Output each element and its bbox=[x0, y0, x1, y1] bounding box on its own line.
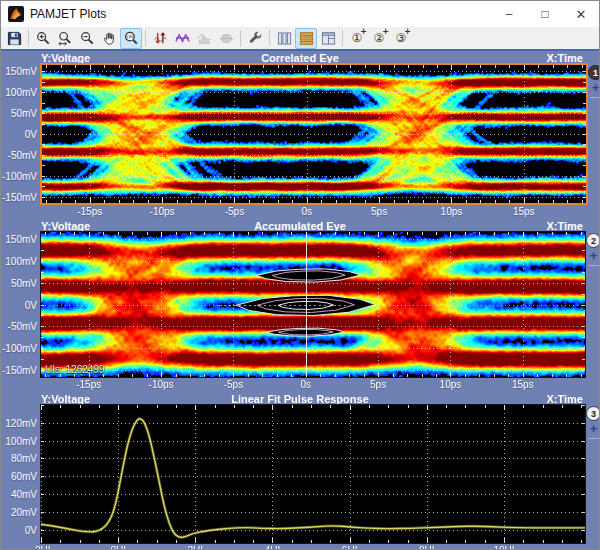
plot3-header: Y:Voltage Linear Fit Pulse Response X:Ti… bbox=[1, 393, 599, 404]
plot3-y-ticks: 120mV100mV80mV60mV40mV20mV0V bbox=[1, 405, 40, 543]
plus-icon: + bbox=[382, 27, 389, 36]
plot3-add-button[interactable]: + bbox=[590, 422, 598, 436]
plot1-y-ticks: 150mV100mV50mV0V-50mV-100mV-150mV bbox=[1, 65, 40, 203]
x-tick-label: 15ps bbox=[513, 206, 535, 217]
x-tick-label: -15ps bbox=[76, 379, 101, 390]
plot1-add-button[interactable]: + bbox=[592, 81, 600, 95]
y-tick-label: -50mV bbox=[8, 321, 37, 332]
plot2-x-ticks: -15ps-10ps-5ps0s5ps10ps15ps bbox=[41, 378, 585, 392]
toolbar-separator bbox=[269, 30, 270, 46]
plot1-badge[interactable]: 1 bbox=[588, 65, 600, 80]
x-tick-label: -5ps bbox=[225, 206, 244, 217]
close-button[interactable]: ✕ bbox=[563, 1, 599, 27]
x-tick-label: -10ps bbox=[150, 206, 175, 217]
plot-section-2: 150mV100mV50mV0V-50mV-100mV-150mV UIs: 1… bbox=[1, 231, 599, 378]
layout-rows-button[interactable] bbox=[295, 28, 317, 49]
floppy-icon bbox=[7, 31, 22, 46]
y-tick-label: 150mV bbox=[5, 233, 37, 244]
plot1-canvas-correlated-eye[interactable] bbox=[42, 65, 586, 203]
plot1-side-panel: 1 + bbox=[588, 63, 600, 205]
plot3-title: Linear Fit Pulse Response bbox=[1, 393, 599, 405]
hand-icon bbox=[102, 31, 117, 46]
zoom-fit-button[interactable]: 100 bbox=[120, 28, 142, 49]
plot-section-3: 120mV100mV80mV60mV40mV20mV0V 3 + bbox=[1, 404, 599, 544]
plot3-x-ticks: -2UI0UI2UI4UI6UI8UI10UI bbox=[41, 544, 585, 550]
columns-icon bbox=[277, 31, 292, 46]
y-tick-label: 0V bbox=[25, 299, 37, 310]
x-tick-label: 4UI bbox=[265, 545, 281, 550]
x-tick-label: -5ps bbox=[224, 379, 243, 390]
plot2-x-axis-label: X:Time bbox=[547, 220, 583, 232]
figure-area: Y:Voltage Correlated Eye X:Time 150mV100… bbox=[1, 51, 599, 549]
x-tick-label: 5ps bbox=[370, 379, 386, 390]
mask-button[interactable] bbox=[215, 28, 237, 49]
plot1-x-axis-label: X:Time bbox=[547, 52, 583, 64]
x-tick-label: 10UI bbox=[493, 545, 514, 550]
plot3-badge[interactable]: 3 bbox=[586, 406, 600, 421]
zoom-in-button[interactable] bbox=[32, 28, 54, 49]
layout-columns-button[interactable] bbox=[273, 28, 295, 49]
plot3-canvas-pulse-response[interactable] bbox=[41, 405, 585, 543]
y-tick-label: 80mV bbox=[11, 453, 37, 464]
x-tick-label: 15ps bbox=[512, 379, 534, 390]
y-tick-label: 40mV bbox=[11, 489, 37, 500]
rows-icon bbox=[299, 31, 314, 46]
histogram-button[interactable] bbox=[193, 28, 215, 49]
add-plot-3-button[interactable]: ③+ bbox=[390, 28, 412, 49]
plot2-title: Accumulated Eye bbox=[1, 220, 599, 232]
zoom-x-button[interactable] bbox=[54, 28, 76, 49]
app-icon bbox=[8, 6, 24, 22]
window-title: PAMJET Plots bbox=[30, 7, 491, 21]
wrench-icon bbox=[248, 31, 263, 46]
plot3-x-axis-label: X:Time bbox=[547, 393, 583, 405]
title-bar: PAMJET Plots – □ ✕ bbox=[1, 1, 599, 27]
settings-button[interactable] bbox=[244, 28, 266, 49]
signal-overlay-button[interactable] bbox=[171, 28, 193, 49]
toolbar-separator bbox=[28, 30, 29, 46]
y-tick-label: 60mV bbox=[11, 471, 37, 482]
plot2-badge[interactable]: 2 bbox=[586, 233, 600, 248]
y-tick-label: -150mV bbox=[2, 365, 37, 376]
y-tick-label: 20mV bbox=[11, 506, 37, 517]
x-tick-label: -10ps bbox=[149, 379, 174, 390]
toolbar-separator bbox=[342, 30, 343, 46]
y-tick-label: 100mV bbox=[5, 87, 37, 98]
x-tick-label: 0UI bbox=[110, 545, 126, 550]
plot3-side-panel: 3 + bbox=[586, 404, 600, 544]
y-tick-label: 0V bbox=[25, 129, 37, 140]
magnifier-minus-icon bbox=[80, 31, 95, 46]
plot2-side-panel: 2 + bbox=[586, 231, 600, 378]
add-plot-1-button[interactable]: ①+ bbox=[346, 28, 368, 49]
x-tick-label: 10ps bbox=[441, 206, 463, 217]
layout-split-button[interactable] bbox=[317, 28, 339, 49]
plot2-header: Y:Voltage Accumulated Eye X:Time bbox=[1, 220, 599, 231]
panel-divider bbox=[590, 97, 600, 98]
red-cursors-icon bbox=[153, 31, 168, 46]
plot3-frame bbox=[40, 404, 586, 544]
add-plot-2-button[interactable]: ②+ bbox=[368, 28, 390, 49]
split-icon bbox=[321, 31, 336, 46]
x-tick-label: 0s bbox=[301, 206, 312, 217]
panel-divider bbox=[588, 265, 599, 266]
pan-button[interactable] bbox=[98, 28, 120, 49]
x-tick-label: 10ps bbox=[440, 379, 462, 390]
plot-section-1: 150mV100mV50mV0V-50mV-100mV-150mV 1 + bbox=[1, 63, 599, 205]
y-tick-label: 120mV bbox=[5, 417, 37, 428]
zoom-out-button[interactable] bbox=[76, 28, 98, 49]
plot2-add-button[interactable]: + bbox=[590, 249, 598, 263]
maximize-button[interactable]: □ bbox=[527, 1, 563, 27]
y-tick-label: 100mV bbox=[5, 255, 37, 266]
data-cursors-button[interactable] bbox=[149, 28, 171, 49]
plot1-frame bbox=[40, 63, 588, 205]
plot2-canvas-accumulated-eye[interactable] bbox=[41, 232, 585, 377]
y-tick-label: 150mV bbox=[5, 66, 37, 77]
y-tick-label: 100mV bbox=[5, 435, 37, 446]
y-tick-label: 0V bbox=[25, 524, 37, 535]
minimize-button[interactable]: – bbox=[491, 1, 527, 27]
x-tick-label: 8UI bbox=[419, 545, 435, 550]
plot2-uis-annotation: UIs: 1262499 bbox=[45, 365, 105, 375]
plot1-title: Correlated Eye bbox=[1, 52, 599, 64]
wave-icon bbox=[175, 31, 190, 46]
save-button[interactable] bbox=[3, 28, 25, 49]
mask-icon bbox=[219, 31, 234, 46]
